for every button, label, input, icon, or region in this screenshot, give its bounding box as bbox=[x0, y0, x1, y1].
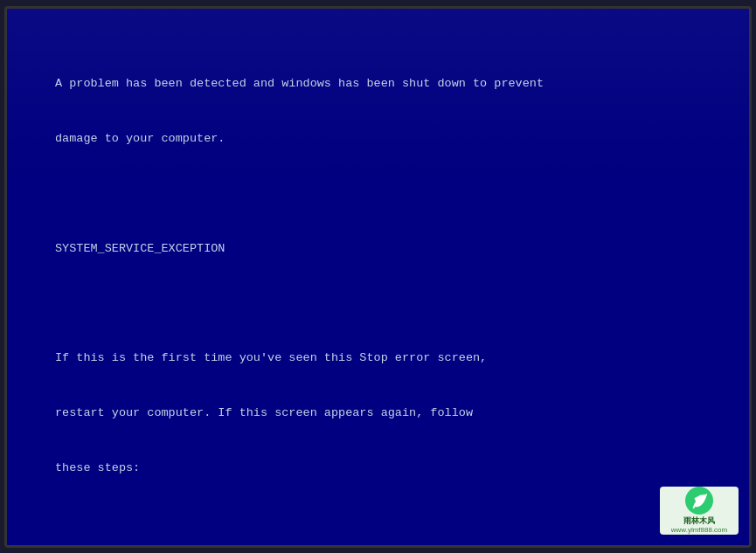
bsod-blank-1 bbox=[55, 185, 740, 204]
bsod-line-5: If this is the first time you've seen th… bbox=[55, 349, 740, 368]
bsod-content: A problem has been detected and windows … bbox=[55, 39, 740, 536]
watermark: 雨林木风 www.ylmf888.com bbox=[660, 487, 739, 535]
bsod-screen: A problem has been detected and windows … bbox=[4, 6, 752, 548]
bsod-line-2: damage to your computer. bbox=[55, 130, 740, 149]
bsod-blank-2 bbox=[55, 294, 740, 313]
bsod-line-1: A problem has been detected and windows … bbox=[55, 75, 740, 93]
watermark-icon bbox=[685, 487, 713, 515]
bsod-line-7: these steps: bbox=[55, 460, 740, 478]
watermark-url: www.ylmf888.com bbox=[671, 526, 727, 535]
bsod-blank-3 bbox=[55, 514, 740, 532]
watermark-brand: 雨林木风 bbox=[683, 516, 715, 526]
bsod-error-code: SYSTEM_SERVICE_EXCEPTION bbox=[55, 240, 740, 259]
bsod-line-6: restart your computer. If this screen ap… bbox=[55, 404, 740, 423]
leaf-icon bbox=[690, 491, 709, 510]
